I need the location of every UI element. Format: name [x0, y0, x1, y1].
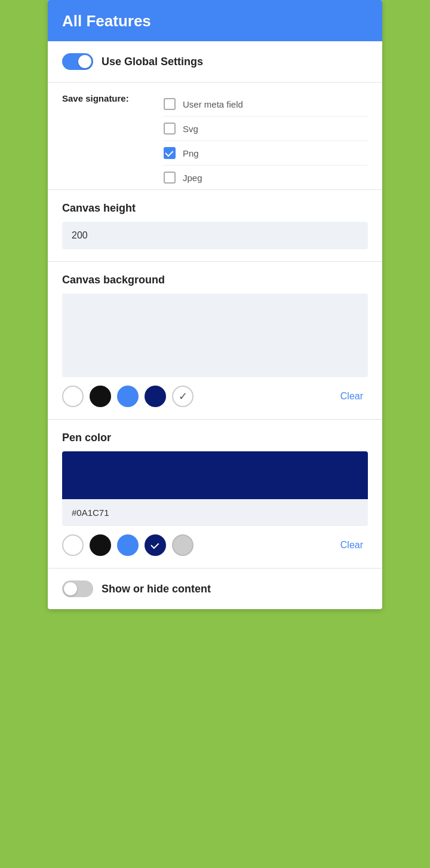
global-settings-toggle[interactable]	[62, 53, 93, 70]
canvas-background-color-row: ✓ Clear	[62, 386, 368, 407]
content: Use Global Settings Save signature: User…	[48, 41, 382, 609]
canvas-background-title: Canvas background	[62, 274, 368, 286]
show-hide-label: Show or hide content	[102, 583, 211, 595]
canvas-background-preview	[62, 294, 368, 377]
canvas-height-title: Canvas height	[62, 202, 368, 215]
checkbox-png[interactable]	[164, 147, 176, 159]
outer-container: All Features Use Global Settings Save si…	[0, 0, 430, 868]
main-card: All Features Use Global Settings Save si…	[48, 0, 382, 609]
pen-color-section: Pen color Clear	[48, 420, 382, 569]
save-signature-option-jpeg: Jpeg	[164, 166, 368, 190]
pen-color-black[interactable]	[90, 534, 111, 556]
canvas-color-black[interactable]	[90, 386, 111, 407]
save-signature-checkbox-list: User meta field Svg Png Jpeg	[164, 92, 368, 190]
global-settings-label: Use Global Settings	[102, 56, 203, 68]
save-signature-row: Save signature: User meta field Svg	[48, 82, 382, 190]
show-hide-row: Show or hide content	[48, 569, 382, 609]
save-signature-option-user-meta: User meta field	[164, 92, 368, 117]
canvas-height-section: Canvas height	[48, 190, 382, 262]
global-settings-row: Use Global Settings	[48, 41, 382, 82]
canvas-color-blue[interactable]	[117, 386, 139, 407]
checkmark-icon: ✓	[179, 390, 188, 403]
show-hide-toggle[interactable]	[62, 580, 93, 597]
checkbox-user-meta-field[interactable]	[164, 98, 176, 110]
pen-hex-input[interactable]	[62, 499, 368, 526]
pen-color-white[interactable]	[62, 534, 84, 556]
checkbox-png-label: Png	[183, 148, 199, 158]
save-signature-option-png: Png	[164, 141, 368, 166]
save-signature-section: Save signature: User meta field Svg	[48, 82, 382, 190]
canvas-background-section: Canvas background ✓ Clear	[48, 262, 382, 420]
save-signature-label: Save signature:	[62, 92, 164, 103]
page-title: All Features	[62, 12, 151, 30]
canvas-color-check[interactable]: ✓	[172, 386, 194, 407]
pen-color-color-row: Clear	[62, 534, 368, 556]
canvas-color-darkblue[interactable]	[145, 386, 166, 407]
checkbox-user-meta-label: User meta field	[183, 99, 243, 109]
checkbox-jpeg[interactable]	[164, 172, 176, 184]
pen-color-preview	[62, 451, 368, 499]
pen-color-darkblue-selected[interactable]	[145, 534, 166, 556]
header: All Features	[48, 0, 382, 41]
canvas-color-white[interactable]	[62, 386, 84, 407]
save-signature-option-svg: Svg	[164, 117, 368, 141]
checkbox-jpeg-label: Jpeg	[183, 173, 202, 183]
checkbox-svg-label: Svg	[183, 124, 198, 134]
pen-color-title: Pen color	[62, 432, 368, 444]
canvas-background-clear-button[interactable]: Clear	[336, 389, 368, 404]
pen-color-lightgray[interactable]	[172, 534, 194, 556]
pen-color-clear-button[interactable]: Clear	[336, 537, 368, 553]
pen-color-blue[interactable]	[117, 534, 139, 556]
checkbox-svg[interactable]	[164, 123, 176, 135]
canvas-height-input[interactable]	[62, 222, 368, 249]
